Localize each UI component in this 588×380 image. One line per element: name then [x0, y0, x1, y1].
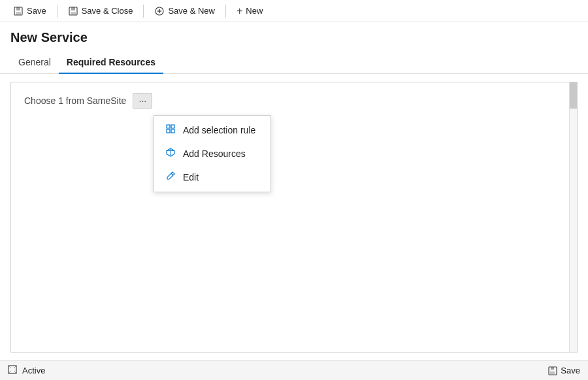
save-close-label: Save & Close — [82, 6, 133, 16]
tab-required-resources[interactable]: Required Resources — [59, 52, 163, 74]
save-new-icon — [154, 6, 165, 16]
scrollbar-thumb — [570, 82, 577, 109]
choose-row: Choose 1 from SameSite ··· — [11, 82, 577, 119]
new-button[interactable]: + New — [231, 3, 268, 20]
page-header: New Service — [0, 22, 588, 52]
status-save-label: Save — [561, 366, 580, 375]
save-button[interactable]: Save — [8, 3, 52, 19]
status-save-button[interactable]: Save — [548, 366, 580, 375]
dropdown-menu: Add selection rule Add Resources Edit — [154, 115, 271, 192]
tabs: General Required Resources — [0, 52, 588, 74]
page-title: New Service — [10, 30, 578, 45]
svg-rect-2 — [16, 12, 21, 15]
pencil-icon — [165, 171, 176, 184]
svg-rect-7 — [167, 125, 170, 128]
svg-rect-10 — [171, 130, 174, 133]
svg-rect-8 — [171, 125, 174, 128]
divider-3 — [225, 5, 226, 18]
grid-icon — [165, 124, 176, 137]
add-selection-rule-label: Add selection rule — [183, 125, 255, 135]
edit-label: Edit — [183, 172, 199, 182]
tab-general[interactable]: General — [10, 52, 59, 74]
new-icon: + — [237, 5, 242, 17]
new-label: New — [246, 6, 263, 16]
ellipsis-button[interactable]: ··· — [133, 93, 152, 109]
status-left: Active — [8, 365, 45, 376]
content-area: Choose 1 from SameSite ··· Add selection… — [10, 82, 578, 353]
svg-rect-1 — [16, 7, 20, 10]
save-label: Save — [27, 6, 46, 16]
save-close-button[interactable]: Save & Close — [63, 3, 139, 19]
expand-icon[interactable] — [8, 365, 17, 376]
svg-rect-4 — [71, 7, 75, 10]
status-save-icon — [548, 366, 557, 375]
status-text: Active — [22, 366, 45, 375]
save-icon — [13, 6, 24, 16]
svg-rect-9 — [167, 130, 170, 133]
scrollbar[interactable] — [569, 82, 577, 352]
status-bar: Active Save — [0, 360, 588, 380]
cube-icon — [165, 147, 176, 160]
svg-line-14 — [171, 173, 173, 175]
dropdown-item-edit[interactable]: Edit — [154, 165, 270, 189]
dropdown-item-add-resources[interactable]: Add Resources — [154, 142, 270, 165]
toolbar: Save Save & Close Save & New + New — [0, 0, 588, 22]
choose-label: Choose 1 from SameSite — [24, 95, 126, 106]
svg-rect-18 — [550, 371, 555, 374]
save-new-label: Save & New — [168, 6, 215, 16]
divider-2 — [143, 5, 144, 18]
dropdown-item-add-selection-rule[interactable]: Add selection rule — [154, 118, 270, 142]
svg-rect-5 — [71, 12, 76, 15]
save-close-icon — [68, 6, 78, 16]
divider-1 — [57, 5, 57, 18]
svg-rect-17 — [551, 367, 554, 370]
add-resources-label: Add Resources — [183, 148, 246, 159]
ellipsis-icon: ··· — [139, 95, 147, 106]
save-new-button[interactable]: Save & New — [149, 3, 220, 19]
